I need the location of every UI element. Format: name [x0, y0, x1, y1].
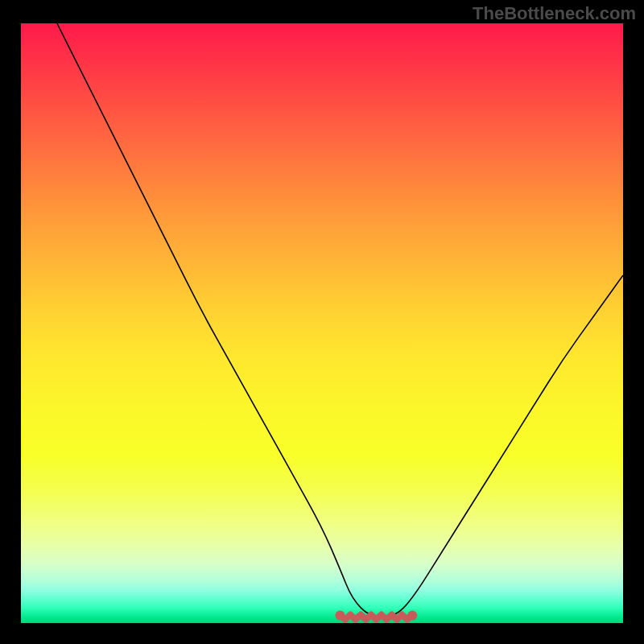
svg-point-0 — [335, 611, 345, 621]
svg-point-1 — [407, 611, 417, 621]
bottleneck-curve — [21, 23, 623, 623]
plot-area — [21, 23, 623, 623]
watermark-text: TheBottleneck.com — [473, 3, 636, 24]
